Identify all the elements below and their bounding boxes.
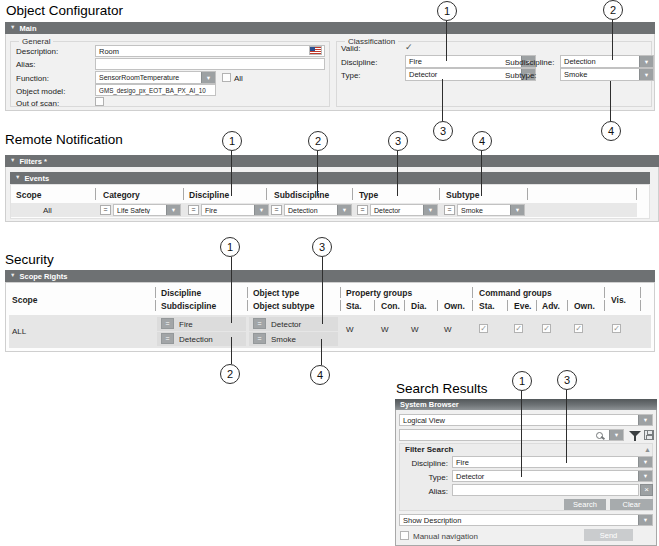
column-header-pg-own[interactable]: Own.	[444, 301, 465, 311]
save-icon[interactable]	[644, 430, 654, 440]
events-panel-header[interactable]: ▼ Events	[10, 172, 650, 184]
subtype-cell-dropdown[interactable]: Smoke ▼	[457, 204, 525, 216]
column-header-category[interactable]: Category	[103, 190, 140, 200]
callout-circle: 4	[310, 365, 330, 385]
chevron-down-icon[interactable]: ▼	[166, 205, 180, 215]
collapse-icon[interactable]: ▼	[10, 273, 15, 279]
column-header-vis[interactable]: Vis.	[611, 295, 626, 305]
chevron-down-icon[interactable]: ▼	[510, 205, 524, 215]
column-divider	[567, 300, 568, 311]
chevron-down-icon[interactable]: ▼	[638, 457, 652, 467]
operator-chip[interactable]: =	[253, 333, 266, 344]
sr-alias-field[interactable]	[452, 484, 639, 496]
column-header-scope[interactable]: Scope	[12, 295, 38, 305]
filters-panel-header[interactable]: ▼ Filters *	[5, 155, 659, 167]
column-header-pg-con[interactable]: Con.	[381, 301, 400, 311]
view-selector-dropdown[interactable]: Logical View ▼	[399, 414, 653, 426]
column-header-cg-sta[interactable]: Sta.	[479, 301, 495, 311]
chevron-down-icon[interactable]: ▼	[638, 415, 652, 425]
system-browser-titlebar[interactable]: System Browser	[395, 399, 657, 410]
operator-chip[interactable]: =	[161, 333, 174, 344]
chevron-down-icon[interactable]: ▼	[639, 69, 653, 80]
sr-type-dropdown[interactable]: Detector ▼	[452, 470, 653, 482]
scope-rights-panel-header[interactable]: ▼ Scope Rights	[5, 270, 655, 282]
chevron-down-icon[interactable]: ▼	[609, 430, 623, 440]
valid-check-icon[interactable]: ✓	[405, 43, 413, 52]
callout-circle: 1	[220, 237, 240, 257]
category-cell-dropdown[interactable]: Life Safety ▼	[113, 204, 181, 216]
column-header-type[interactable]: Type	[359, 190, 378, 200]
chevron-down-icon[interactable]: ▼	[254, 205, 268, 215]
callout-circle: 3	[388, 131, 408, 151]
collapse-icon[interactable]: ▼	[10, 25, 15, 31]
filter-icon[interactable]	[629, 430, 641, 442]
operator-chip[interactable]: =	[100, 205, 111, 215]
object-model-field[interactable]: GMS_desigo_px_EOT_BA_PX_AI_10	[95, 84, 216, 96]
chevron-down-icon[interactable]: ▼	[638, 515, 652, 525]
chevron-down-icon[interactable]: ▼	[423, 205, 437, 215]
section-title-object-configurator: Object Configurator	[6, 3, 123, 18]
type-cell-dropdown[interactable]: Detector ▼	[370, 204, 438, 216]
oc-subtype-dropdown[interactable]: Smoke ▼	[560, 68, 654, 81]
column-header-scope[interactable]: Scope	[16, 190, 42, 200]
operator-chip[interactable]: =	[188, 205, 199, 215]
chevron-down-icon[interactable]: ▼	[639, 56, 653, 67]
language-flag-icon[interactable]	[310, 47, 321, 54]
column-divider	[95, 188, 96, 200]
chevron-down-icon[interactable]: ▼	[638, 471, 652, 481]
column-header-cg-eve[interactable]: Eve.	[514, 301, 532, 311]
discipline-cell-dropdown[interactable]: Fire ▼	[201, 204, 269, 216]
column-header-subdiscipline[interactable]: Subdiscipline	[161, 301, 216, 311]
chevron-down-icon[interactable]: ▼	[201, 72, 215, 83]
function-dropdown[interactable]: SensorRoomTemperature ▼	[95, 71, 216, 84]
column-header-object-type[interactable]: Object type	[253, 288, 299, 298]
operator-chip[interactable]: =	[253, 318, 266, 329]
filter-search-label: Filter Search	[405, 445, 453, 454]
alias-field[interactable]	[95, 58, 325, 70]
column-header-discipline[interactable]: Discipline	[189, 190, 229, 200]
callout-circle: 3	[433, 121, 453, 141]
oc-subdiscipline-dropdown[interactable]: Detection ▼	[560, 55, 654, 68]
cg-eve-checkbox[interactable]: ✓	[514, 324, 523, 333]
manual-navigation-checkbox[interactable]	[400, 531, 409, 540]
collapse-icon[interactable]: ▼	[15, 175, 20, 181]
column-header-property-groups[interactable]: Property groups	[346, 288, 412, 298]
column-header-cg-adv[interactable]: Adv.	[542, 301, 560, 311]
column-header-discipline[interactable]: Discipline	[161, 288, 201, 298]
clear-field-icon[interactable]: ×	[640, 484, 653, 496]
all-checkbox[interactable]	[222, 73, 231, 82]
column-header-command-groups[interactable]: Command groups	[479, 288, 552, 298]
description-field[interactable]: Room	[95, 45, 325, 57]
column-header-pg-dia[interactable]: Dia.	[411, 301, 427, 311]
column-header-object-subtype[interactable]: Object subtype	[253, 301, 314, 311]
cg-sta-checkbox[interactable]: ✓	[479, 324, 488, 333]
search-input[interactable]: ▼	[399, 429, 624, 441]
main-panel-header[interactable]: ▼ Main	[5, 22, 655, 34]
operator-chip[interactable]: =	[271, 205, 282, 215]
search-button[interactable]: Search	[564, 499, 606, 510]
chevron-down-icon[interactable]: ▼	[337, 205, 351, 215]
column-header-subdiscipline[interactable]: Subdiscipline	[274, 190, 329, 200]
cg-own-checkbox[interactable]: ✓	[574, 324, 583, 333]
subdiscipline-cell-dropdown[interactable]: Detection ▼	[284, 204, 352, 216]
clear-button[interactable]: Clear	[610, 499, 653, 510]
column-header-subtype[interactable]: Subtype	[446, 190, 480, 200]
column-header-cg-own[interactable]: Own.	[574, 301, 595, 311]
cg-adv-checkbox[interactable]: ✓	[542, 324, 551, 333]
discipline-value: Fire	[179, 320, 193, 329]
send-button[interactable]: Send	[584, 529, 633, 541]
operator-chip[interactable]: =	[357, 205, 368, 215]
vis-checkbox[interactable]: ✓	[612, 324, 621, 333]
operator-chip[interactable]: =	[161, 318, 174, 329]
column-divider	[472, 300, 473, 311]
scope-cell: All	[43, 206, 52, 215]
callout-line	[397, 151, 398, 196]
out-of-scan-checkbox[interactable]	[95, 97, 104, 106]
collapse-icon[interactable]: ▼	[10, 158, 15, 164]
sr-discipline-dropdown[interactable]: Fire ▼	[452, 456, 653, 468]
operator-chip[interactable]: =	[444, 205, 455, 215]
collapse-up-icon[interactable]: ▲	[644, 446, 651, 453]
column-divider	[472, 287, 473, 298]
display-mode-dropdown[interactable]: Show Description ▼	[399, 514, 653, 526]
column-header-pg-sta[interactable]: Sta.	[346, 301, 362, 311]
